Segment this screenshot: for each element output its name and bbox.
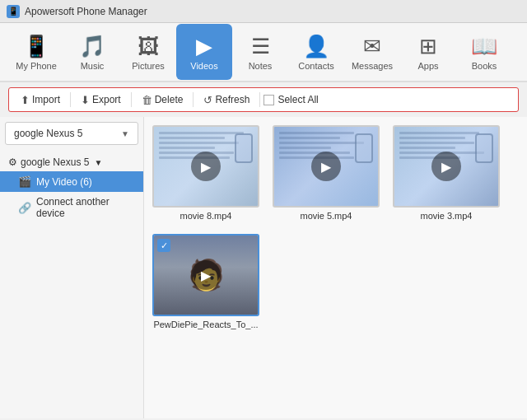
nav-label-my-phone: My Phone xyxy=(16,61,57,71)
videos-icon: ▶ xyxy=(196,34,212,59)
video-item[interactable]: ▶ movie 3.mp4 xyxy=(393,125,500,221)
select-all-checkbox[interactable] xyxy=(264,95,274,105)
nav-item-pictures[interactable]: 🖼 Pictures xyxy=(120,24,176,80)
delete-label: Delete xyxy=(155,94,184,105)
nav-label-music: Music xyxy=(81,61,105,71)
device-dropdown[interactable]: google Nexus 5 ▼ xyxy=(5,122,138,145)
title-bar: 📱 Apowersoft Phone Manager xyxy=(0,0,527,23)
sidebar: google Nexus 5 ▼ ⚙ google Nexus 5 ▼ 🎬 My… xyxy=(0,117,144,418)
delete-button[interactable]: 🗑 Delete xyxy=(135,91,190,109)
nav-item-messages[interactable]: ✉ Messages xyxy=(344,24,400,80)
sidebar-device-name: google Nexus 5 xyxy=(21,156,89,168)
nav-label-pictures: Pictures xyxy=(132,61,165,71)
export-icon: ⬇ xyxy=(81,94,90,106)
divider-2 xyxy=(131,92,132,107)
play-button-icon: ▶ xyxy=(191,152,221,181)
device-dropdown-text: google Nexus 5 xyxy=(14,128,82,139)
contacts-icon: 👤 xyxy=(303,34,329,59)
video-filename: movie 3.mp4 xyxy=(421,211,473,221)
video-filename: movie 8.mp4 xyxy=(180,211,232,221)
sidebar-item-my-video-label: My Video (6) xyxy=(36,176,92,188)
device-tree-icon: ⚙ xyxy=(8,156,17,168)
connect-icon: 🔗 xyxy=(18,202,31,214)
app-icon: 📱 xyxy=(7,5,20,18)
toolbar: ⬆ Import ⬇ Export 🗑 Delete ↺ Refresh Sel… xyxy=(8,87,519,112)
delete-icon: 🗑 xyxy=(142,94,152,106)
video-thumbnail: ▶ xyxy=(393,125,500,208)
nav-bar: 📱 My Phone 🎵 Music 🖼 Pictures ▶ Videos ☰… xyxy=(0,23,527,82)
app-title: Apowersoft Phone Manager xyxy=(25,6,147,17)
nav-label-contacts: Contacts xyxy=(298,61,333,71)
messages-icon: ✉ xyxy=(363,34,381,59)
divider-1 xyxy=(70,92,71,107)
thumb-decoration xyxy=(355,133,373,163)
refresh-label: Refresh xyxy=(215,94,250,105)
video-thumbnail: ▶ xyxy=(152,125,259,208)
notes-icon: ☰ xyxy=(251,34,270,59)
nav-item-music[interactable]: 🎵 Music xyxy=(64,24,120,80)
divider-3 xyxy=(193,92,194,107)
video-grid: ▶ movie 8.mp4 ▶ xyxy=(152,125,519,329)
nav-label-notes: Notes xyxy=(249,61,273,71)
sidebar-item-my-video[interactable]: 🎬 My Video (6) xyxy=(0,171,143,192)
nav-item-apps[interactable]: ⊞ Apps xyxy=(400,24,456,80)
apps-icon: ⊞ xyxy=(419,34,437,59)
video-thumbnail-selected: 🧑 ✓ ▶ xyxy=(152,234,259,316)
export-button[interactable]: ⬇ Export xyxy=(74,91,128,109)
video-item[interactable]: 🧑 ✓ ▶ PewDiePie_Reacts_To_... xyxy=(152,234,259,329)
dropdown-arrow-icon: ▼ xyxy=(121,129,129,138)
selected-check-icon: ✓ xyxy=(157,239,170,252)
nav-label-apps: Apps xyxy=(417,61,438,71)
sidebar-device-label: ⚙ google Nexus 5 ▼ xyxy=(0,153,143,171)
import-button[interactable]: ⬆ Import xyxy=(14,91,67,109)
refresh-icon: ↺ xyxy=(203,94,212,106)
sidebar-item-connect-label: Connect another device xyxy=(36,196,135,219)
sidebar-section: ⚙ google Nexus 5 ▼ 🎬 My Video (6) 🔗 Conn… xyxy=(0,150,143,226)
nav-item-videos[interactable]: ▶ Videos xyxy=(176,24,232,80)
divider-4 xyxy=(259,92,260,107)
select-all-text: Select All xyxy=(277,94,318,105)
content-area: ▶ movie 8.mp4 ▶ xyxy=(144,117,527,418)
sidebar-item-connect-device[interactable]: 🔗 Connect another device xyxy=(0,192,143,223)
nav-item-notes[interactable]: ☰ Notes xyxy=(232,24,288,80)
nav-item-contacts[interactable]: 👤 Contacts xyxy=(288,24,344,80)
import-icon: ⬆ xyxy=(21,94,30,106)
video-item[interactable]: ▶ movie 8.mp4 xyxy=(152,125,259,221)
import-label: Import xyxy=(32,94,60,105)
nav-label-messages: Messages xyxy=(352,61,393,71)
pictures-icon: 🖼 xyxy=(138,34,159,59)
thumb-decoration xyxy=(475,133,493,163)
play-button-icon: ▶ xyxy=(431,152,461,181)
books-icon: 📖 xyxy=(471,34,497,59)
phone-icon: 📱 xyxy=(23,34,49,59)
video-item[interactable]: ▶ movie 5.mp4 xyxy=(273,125,380,221)
sidebar-expand-icon: ▼ xyxy=(94,158,102,167)
main-layout: google Nexus 5 ▼ ⚙ google Nexus 5 ▼ 🎬 My… xyxy=(0,117,527,418)
refresh-button[interactable]: ↺ Refresh xyxy=(197,91,256,109)
video-folder-icon: 🎬 xyxy=(18,175,31,188)
music-icon: 🎵 xyxy=(79,34,105,59)
nav-label-books: Books xyxy=(472,61,497,71)
play-button-icon: ▶ xyxy=(191,260,221,290)
nav-item-books[interactable]: 📖 Books xyxy=(456,24,512,80)
nav-item-my-phone[interactable]: 📱 My Phone xyxy=(8,24,64,80)
video-filename: movie 5.mp4 xyxy=(301,211,352,221)
thumb-decoration xyxy=(235,133,253,163)
play-button-icon: ▶ xyxy=(311,152,341,181)
video-thumbnail: ▶ xyxy=(273,125,380,208)
nav-label-videos: Videos xyxy=(190,61,217,71)
export-label: Export xyxy=(92,94,121,105)
select-all-label[interactable]: Select All xyxy=(264,94,318,105)
video-filename: PewDiePie_Reacts_To_... xyxy=(153,320,258,329)
